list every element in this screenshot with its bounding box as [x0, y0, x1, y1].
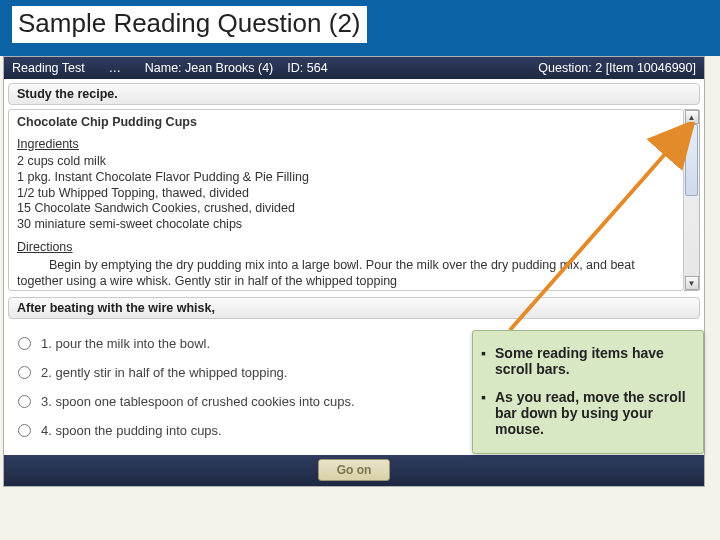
- chevron-down-icon: ▼: [688, 279, 696, 288]
- passage-container: Chocolate Chip Pudding Cups Ingredients …: [8, 109, 700, 291]
- passage-title: Chocolate Chip Pudding Cups: [17, 115, 675, 131]
- scroll-up-button[interactable]: ▲: [685, 110, 699, 124]
- bullet-icon: ▪: [481, 345, 495, 377]
- study-prompt: Study the recipe.: [8, 83, 700, 105]
- app-header-bar: Reading Test … Name: Jean Brooks (4) ID:…: [4, 57, 704, 79]
- answer-number: 2.: [41, 365, 52, 380]
- directions-text: Begin by emptying the dry pudding mix in…: [17, 258, 675, 289]
- scroll-track[interactable]: [684, 124, 699, 276]
- app-footer-bar: Go on: [4, 455, 704, 486]
- ingredient-line: 30 miniature semi-sweet chocolate chips: [17, 217, 675, 233]
- answer-text: pour the milk into the bowl.: [55, 336, 210, 351]
- ingredient-line: 1/2 tub Whipped Topping, thawed, divided: [17, 186, 675, 202]
- test-name: Reading Test: [12, 61, 85, 75]
- answer-text: gently stir in half of the whipped toppi…: [55, 365, 287, 380]
- passage-scrollbar[interactable]: ▲ ▼: [684, 109, 700, 291]
- slide-title-bar: Sample Reading Question (2): [0, 0, 720, 56]
- answer-radio[interactable]: [18, 395, 31, 408]
- bullet-icon: ▪: [481, 389, 495, 437]
- chevron-up-icon: ▲: [688, 113, 696, 122]
- instruction-callout: ▪ Some reading items have scroll bars. ▪…: [472, 330, 704, 454]
- student-name: Name: Jean Brooks (4): [145, 61, 274, 75]
- answer-radio[interactable]: [18, 424, 31, 437]
- answer-number: 4.: [41, 423, 52, 438]
- answer-text: spoon one tablespoon of crushed cookies …: [55, 394, 354, 409]
- header-dots: …: [85, 61, 145, 75]
- answer-radio[interactable]: [18, 366, 31, 379]
- question-indicator: Question: 2 [Item 10046990]: [538, 61, 696, 75]
- answer-radio[interactable]: [18, 337, 31, 350]
- ingredient-line: 1 pkg. Instant Chocolate Flavor Pudding …: [17, 170, 675, 186]
- scroll-down-button[interactable]: ▼: [685, 276, 699, 290]
- answer-number: 1.: [41, 336, 52, 351]
- reading-passage: Chocolate Chip Pudding Cups Ingredients …: [8, 109, 684, 291]
- ingredients-heading: Ingredients: [17, 137, 675, 153]
- ingredient-line: 2 cups cold milk: [17, 154, 675, 170]
- student-id: ID: 564: [287, 61, 327, 75]
- scroll-thumb[interactable]: [685, 124, 698, 196]
- directions-heading: Directions: [17, 240, 675, 256]
- go-on-button[interactable]: Go on: [318, 459, 391, 481]
- callout-text: Some reading items have scroll bars.: [495, 345, 693, 377]
- callout-text: As you read, move the scroll bar down by…: [495, 389, 693, 437]
- question-stem: After beating with the wire whisk,: [8, 297, 700, 319]
- answer-text: spoon the pudding into cups.: [55, 423, 221, 438]
- answer-number: 3.: [41, 394, 52, 409]
- ingredient-line: 15 Chocolate Sandwich Cookies, crushed, …: [17, 201, 675, 217]
- slide-title: Sample Reading Question (2): [12, 6, 367, 43]
